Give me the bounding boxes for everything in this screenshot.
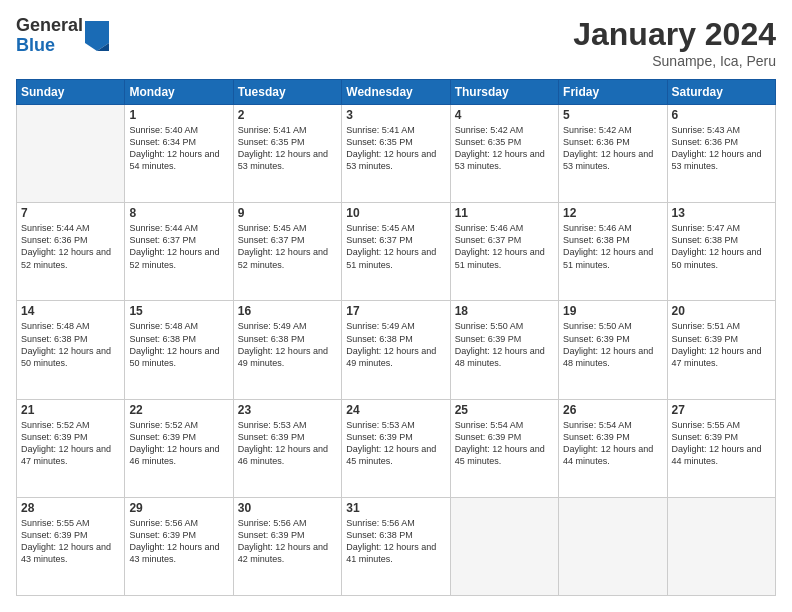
- cell-5-5: [450, 497, 558, 595]
- cell-5-3: 30Sunrise: 5:56 AMSunset: 6:39 PMDayligh…: [233, 497, 341, 595]
- day-number: 24: [346, 403, 445, 417]
- cell-3-5: 18Sunrise: 5:50 AMSunset: 6:39 PMDayligh…: [450, 301, 558, 399]
- cell-5-6: [559, 497, 667, 595]
- cell-info: Sunrise: 5:41 AMSunset: 6:35 PMDaylight:…: [346, 124, 445, 173]
- cell-4-5: 25Sunrise: 5:54 AMSunset: 6:39 PMDayligh…: [450, 399, 558, 497]
- cell-info: Sunrise: 5:50 AMSunset: 6:39 PMDaylight:…: [563, 320, 662, 369]
- cell-4-3: 23Sunrise: 5:53 AMSunset: 6:39 PMDayligh…: [233, 399, 341, 497]
- cell-4-2: 22Sunrise: 5:52 AMSunset: 6:39 PMDayligh…: [125, 399, 233, 497]
- week-row-3: 14Sunrise: 5:48 AMSunset: 6:38 PMDayligh…: [17, 301, 776, 399]
- header-monday: Monday: [125, 80, 233, 105]
- header-sunday: Sunday: [17, 80, 125, 105]
- logo-icon: [85, 21, 109, 51]
- cell-info: Sunrise: 5:44 AMSunset: 6:36 PMDaylight:…: [21, 222, 120, 271]
- day-number: 27: [672, 403, 771, 417]
- cell-1-7: 6Sunrise: 5:43 AMSunset: 6:36 PMDaylight…: [667, 105, 775, 203]
- cell-1-4: 3Sunrise: 5:41 AMSunset: 6:35 PMDaylight…: [342, 105, 450, 203]
- cell-info: Sunrise: 5:42 AMSunset: 6:36 PMDaylight:…: [563, 124, 662, 173]
- logo: General Blue: [16, 16, 109, 56]
- cell-info: Sunrise: 5:48 AMSunset: 6:38 PMDaylight:…: [21, 320, 120, 369]
- cell-2-7: 13Sunrise: 5:47 AMSunset: 6:38 PMDayligh…: [667, 203, 775, 301]
- title-block: January 2024 Sunampe, Ica, Peru: [573, 16, 776, 69]
- week-row-5: 28Sunrise: 5:55 AMSunset: 6:39 PMDayligh…: [17, 497, 776, 595]
- day-number: 9: [238, 206, 337, 220]
- day-number: 8: [129, 206, 228, 220]
- day-number: 25: [455, 403, 554, 417]
- cell-2-1: 7Sunrise: 5:44 AMSunset: 6:36 PMDaylight…: [17, 203, 125, 301]
- day-number: 20: [672, 304, 771, 318]
- cell-info: Sunrise: 5:46 AMSunset: 6:38 PMDaylight:…: [563, 222, 662, 271]
- day-number: 26: [563, 403, 662, 417]
- header-wednesday: Wednesday: [342, 80, 450, 105]
- calendar-table: Sunday Monday Tuesday Wednesday Thursday…: [16, 79, 776, 596]
- day-number: 4: [455, 108, 554, 122]
- cell-info: Sunrise: 5:56 AMSunset: 6:38 PMDaylight:…: [346, 517, 445, 566]
- calendar-header-row: Sunday Monday Tuesday Wednesday Thursday…: [17, 80, 776, 105]
- cell-1-1: [17, 105, 125, 203]
- logo-text: General Blue: [16, 16, 83, 56]
- cell-1-6: 5Sunrise: 5:42 AMSunset: 6:36 PMDaylight…: [559, 105, 667, 203]
- cell-info: Sunrise: 5:40 AMSunset: 6:34 PMDaylight:…: [129, 124, 228, 173]
- week-row-2: 7Sunrise: 5:44 AMSunset: 6:36 PMDaylight…: [17, 203, 776, 301]
- day-number: 16: [238, 304, 337, 318]
- day-number: 15: [129, 304, 228, 318]
- header-friday: Friday: [559, 80, 667, 105]
- cell-info: Sunrise: 5:42 AMSunset: 6:35 PMDaylight:…: [455, 124, 554, 173]
- cell-4-7: 27Sunrise: 5:55 AMSunset: 6:39 PMDayligh…: [667, 399, 775, 497]
- day-number: 3: [346, 108, 445, 122]
- cell-info: Sunrise: 5:45 AMSunset: 6:37 PMDaylight:…: [238, 222, 337, 271]
- cell-3-6: 19Sunrise: 5:50 AMSunset: 6:39 PMDayligh…: [559, 301, 667, 399]
- cell-5-7: [667, 497, 775, 595]
- cell-info: Sunrise: 5:45 AMSunset: 6:37 PMDaylight:…: [346, 222, 445, 271]
- day-number: 5: [563, 108, 662, 122]
- cell-1-2: 1Sunrise: 5:40 AMSunset: 6:34 PMDaylight…: [125, 105, 233, 203]
- cell-info: Sunrise: 5:52 AMSunset: 6:39 PMDaylight:…: [129, 419, 228, 468]
- day-number: 6: [672, 108, 771, 122]
- cell-info: Sunrise: 5:49 AMSunset: 6:38 PMDaylight:…: [346, 320, 445, 369]
- cell-info: Sunrise: 5:52 AMSunset: 6:39 PMDaylight:…: [21, 419, 120, 468]
- day-number: 11: [455, 206, 554, 220]
- cell-info: Sunrise: 5:47 AMSunset: 6:38 PMDaylight:…: [672, 222, 771, 271]
- day-number: 18: [455, 304, 554, 318]
- day-number: 23: [238, 403, 337, 417]
- cell-2-6: 12Sunrise: 5:46 AMSunset: 6:38 PMDayligh…: [559, 203, 667, 301]
- cell-3-3: 16Sunrise: 5:49 AMSunset: 6:38 PMDayligh…: [233, 301, 341, 399]
- day-number: 28: [21, 501, 120, 515]
- day-number: 19: [563, 304, 662, 318]
- day-number: 17: [346, 304, 445, 318]
- cell-info: Sunrise: 5:49 AMSunset: 6:38 PMDaylight:…: [238, 320, 337, 369]
- header-saturday: Saturday: [667, 80, 775, 105]
- cell-3-4: 17Sunrise: 5:49 AMSunset: 6:38 PMDayligh…: [342, 301, 450, 399]
- cell-info: Sunrise: 5:53 AMSunset: 6:39 PMDaylight:…: [346, 419, 445, 468]
- cell-info: Sunrise: 5:54 AMSunset: 6:39 PMDaylight:…: [455, 419, 554, 468]
- day-number: 10: [346, 206, 445, 220]
- cell-1-3: 2Sunrise: 5:41 AMSunset: 6:35 PMDaylight…: [233, 105, 341, 203]
- location: Sunampe, Ica, Peru: [573, 53, 776, 69]
- cell-info: Sunrise: 5:54 AMSunset: 6:39 PMDaylight:…: [563, 419, 662, 468]
- day-number: 30: [238, 501, 337, 515]
- header-tuesday: Tuesday: [233, 80, 341, 105]
- cell-info: Sunrise: 5:56 AMSunset: 6:39 PMDaylight:…: [238, 517, 337, 566]
- cell-4-1: 21Sunrise: 5:52 AMSunset: 6:39 PMDayligh…: [17, 399, 125, 497]
- cell-3-1: 14Sunrise: 5:48 AMSunset: 6:38 PMDayligh…: [17, 301, 125, 399]
- cell-info: Sunrise: 5:56 AMSunset: 6:39 PMDaylight:…: [129, 517, 228, 566]
- month-title: January 2024: [573, 16, 776, 53]
- cell-2-3: 9Sunrise: 5:45 AMSunset: 6:37 PMDaylight…: [233, 203, 341, 301]
- header-thursday: Thursday: [450, 80, 558, 105]
- day-number: 21: [21, 403, 120, 417]
- week-row-4: 21Sunrise: 5:52 AMSunset: 6:39 PMDayligh…: [17, 399, 776, 497]
- cell-2-2: 8Sunrise: 5:44 AMSunset: 6:37 PMDaylight…: [125, 203, 233, 301]
- cell-3-7: 20Sunrise: 5:51 AMSunset: 6:39 PMDayligh…: [667, 301, 775, 399]
- cell-info: Sunrise: 5:44 AMSunset: 6:37 PMDaylight:…: [129, 222, 228, 271]
- cell-4-4: 24Sunrise: 5:53 AMSunset: 6:39 PMDayligh…: [342, 399, 450, 497]
- cell-5-1: 28Sunrise: 5:55 AMSunset: 6:39 PMDayligh…: [17, 497, 125, 595]
- day-number: 7: [21, 206, 120, 220]
- cell-1-5: 4Sunrise: 5:42 AMSunset: 6:35 PMDaylight…: [450, 105, 558, 203]
- cell-2-5: 11Sunrise: 5:46 AMSunset: 6:37 PMDayligh…: [450, 203, 558, 301]
- cell-info: Sunrise: 5:55 AMSunset: 6:39 PMDaylight:…: [21, 517, 120, 566]
- day-number: 29: [129, 501, 228, 515]
- day-number: 22: [129, 403, 228, 417]
- cell-info: Sunrise: 5:41 AMSunset: 6:35 PMDaylight:…: [238, 124, 337, 173]
- day-number: 12: [563, 206, 662, 220]
- cell-info: Sunrise: 5:53 AMSunset: 6:39 PMDaylight:…: [238, 419, 337, 468]
